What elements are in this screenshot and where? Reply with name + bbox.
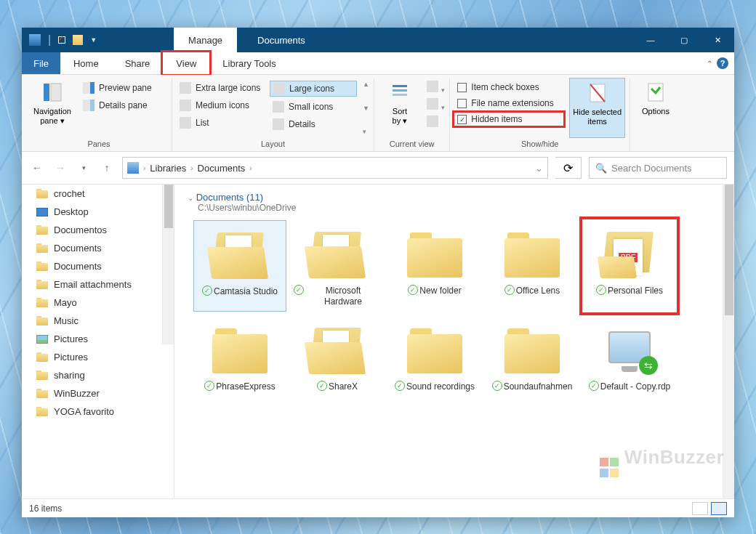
ribbon: Navigation pane ▾ Preview pane Details p… [22, 75, 734, 152]
tab-view[interactable]: View [163, 52, 209, 74]
sync-status-icon: ✓ [202, 286, 212, 296]
list-item[interactable]: PDF✓Personal Files [583, 220, 676, 312]
add-columns-button[interactable]: ▾ [427, 98, 445, 113]
item-label: Camtasia Studio [214, 286, 278, 297]
sidebar-item[interactable]: Email attachments [22, 275, 174, 294]
sidebar-item[interactable]: WinBuzzer [22, 384, 174, 402]
qat-dropdown-icon[interactable]: ▼ [90, 36, 97, 44]
sync-status-icon: ✓ [317, 381, 327, 391]
options-button[interactable]: Options [635, 78, 677, 138]
ribbon-layout-label: Layout [177, 138, 369, 151]
qat-properties-icon[interactable] [58, 36, 65, 44]
minimize-button[interactable]: — [634, 28, 667, 52]
sidebar-item[interactable]: Music [22, 312, 174, 330]
crumb-libraries[interactable]: Libraries [150, 163, 186, 174]
qat-folder-icon[interactable] [73, 35, 83, 45]
layout-more-icon[interactable]: ▾ [363, 128, 369, 135]
sidebar-item-label: sharing [54, 370, 85, 381]
search-input[interactable]: 🔍 Search Documents [589, 157, 727, 179]
sidebar-item[interactable]: crochet [22, 185, 174, 203]
address-dropdown-icon[interactable]: ⌄ [535, 163, 543, 174]
folder-icon [36, 316, 48, 325]
details-view-toggle[interactable] [692, 502, 708, 515]
details-pane-button[interactable]: Details pane [80, 98, 167, 113]
folder-icon [36, 243, 48, 253]
back-button[interactable]: ← [29, 160, 45, 176]
list-item[interactable]: ⇆✓Default - Copy.rdp [583, 316, 676, 397]
sidebar-item[interactable]: YOGA favorito [22, 402, 174, 421]
large-icons-button[interactable]: Large icons [270, 81, 357, 97]
recent-locations-button[interactable]: ▾ [76, 160, 92, 176]
sort-by-label: Sort by ▾ [393, 107, 408, 126]
sort-by-button[interactable]: Sort by ▾ [379, 78, 421, 138]
sidebar-item[interactable]: sharing [22, 366, 174, 384]
up-button[interactable]: ↑ [99, 160, 115, 176]
sidebar-scrollbar[interactable] [162, 185, 174, 344]
details-button[interactable]: Details [270, 117, 357, 132]
sidebar-item[interactable]: Pictures [22, 330, 174, 348]
large-icons-view-toggle[interactable] [711, 502, 727, 515]
close-button[interactable]: ✕ [701, 28, 734, 52]
hidden-items-checkbox[interactable]: ✓Hidden items [454, 113, 563, 126]
preview-pane-icon [83, 82, 94, 94]
list-item[interactable]: ✓ShareX [291, 316, 384, 397]
group-header[interactable]: ⌄ Documents (11) C:\Users\winbu\OneDrive [174, 185, 734, 214]
hide-selected-items-button[interactable]: Hide selected items [569, 78, 625, 138]
refresh-button[interactable]: ⟳ [555, 157, 582, 179]
extra-large-icons-icon [180, 82, 191, 94]
list-item[interactable]: ✓Soundaufnahmen [486, 316, 579, 397]
list-item[interactable]: ✓Office Lens [486, 220, 579, 312]
maximize-button[interactable]: ▢ [667, 28, 701, 52]
list-item[interactable]: ✓Microsoft Hardware [291, 220, 384, 312]
tab-home[interactable]: Home [60, 52, 112, 74]
ribbon-current-view-label: Current view [379, 138, 445, 151]
main-scrollbar[interactable] [723, 185, 734, 498]
item-label: PhraseExpress [216, 381, 275, 392]
svg-rect-0 [44, 84, 49, 101]
sidebar-item[interactable]: Mayo [22, 294, 174, 312]
watermark: WinBuzzer [600, 446, 724, 478]
tab-share[interactable]: Share [112, 52, 164, 74]
list-item[interactable]: ✓PhraseExpress [193, 316, 286, 397]
details-icon [273, 118, 284, 130]
forward-button[interactable]: → [52, 160, 68, 176]
crumb-documents[interactable]: Documents [198, 163, 246, 174]
checkbox-checked-icon: ✓ [457, 115, 467, 124]
navigation-pane-button[interactable]: Navigation pane ▾ [31, 78, 74, 138]
collapse-ribbon-icon[interactable]: ⌃ [707, 60, 712, 68]
list-button[interactable]: List [177, 116, 264, 130]
extra-large-icons-button[interactable]: Extra large icons [177, 81, 264, 95]
list-item[interactable]: ✓Sound recordings [388, 316, 481, 397]
chevron-down-icon: ⌄ [188, 194, 193, 202]
list-item[interactable]: ✓Camtasia Studio [193, 220, 286, 312]
help-icon[interactable]: ? [717, 57, 728, 69]
hide-selected-label: Hide selected items [573, 108, 622, 126]
list-item[interactable]: ✓New folder [388, 220, 481, 312]
window-title: Documents [237, 35, 326, 46]
list-icon [180, 117, 191, 129]
size-columns-button[interactable] [427, 116, 445, 130]
group-by-button[interactable]: ▾ [427, 81, 445, 95]
file-name-extensions-checkbox[interactable]: File name extensions [454, 97, 563, 110]
breadcrumb[interactable]: › Libraries › Documents › ⌄ [122, 157, 548, 179]
item-check-boxes-checkbox[interactable]: Item check boxes [454, 81, 563, 94]
folder-icon [36, 298, 48, 307]
sidebar-item[interactable]: Desktop [22, 203, 174, 221]
small-icons-button[interactable]: Small icons [270, 100, 357, 114]
tab-library-tools[interactable]: Library Tools [209, 52, 289, 74]
navigation-tree[interactable]: crochetDesktopDocumentosDocumentsDocumen… [22, 185, 174, 498]
layout-scroll-up-icon[interactable]: ▲ [363, 81, 369, 88]
item-icon [205, 227, 275, 285]
sidebar-item[interactable]: Pictures [22, 348, 174, 366]
medium-icons-button[interactable]: Medium icons [177, 98, 264, 113]
medium-icons-icon [180, 100, 191, 111]
sidebar-item[interactable]: Documents [22, 239, 174, 257]
tab-file[interactable]: File [22, 52, 60, 74]
sidebar-item[interactable]: Documentos [22, 221, 174, 239]
quick-access-toolbar: | ▼ [22, 33, 97, 46]
sidebar-item[interactable]: Documents [22, 257, 174, 275]
preview-pane-button[interactable]: Preview pane [80, 81, 167, 95]
contextual-tab-manage[interactable]: Manage [174, 28, 237, 52]
layout-scroll-down-icon[interactable]: ▼ [363, 105, 369, 112]
svg-rect-2 [393, 85, 407, 87]
